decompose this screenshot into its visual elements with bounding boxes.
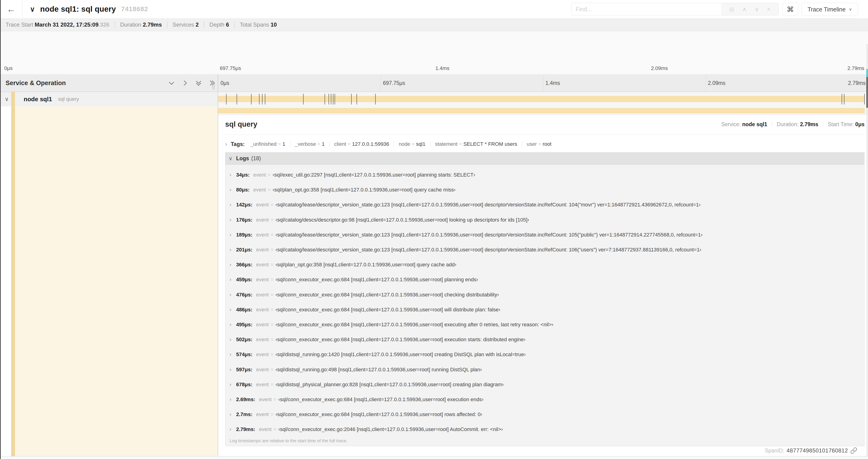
detail-meta-item: Start Time: 0μs — [828, 121, 865, 128]
log-field-value: ‹sql/distsql_physical_planner.go:828 [ns… — [275, 382, 503, 388]
span-row: ∨ node sql1 sql query — [0, 92, 868, 106]
logs-header[interactable]: ∨ Logs (18) — [225, 153, 864, 165]
trace-view-selector[interactable]: Trace Timeline ∨ — [802, 3, 858, 16]
find-box — [571, 3, 721, 15]
log-row[interactable]: ›495μs:event=‹sql/conn_executor_exec.go:… — [225, 317, 864, 332]
tick-label: 0μs — [3, 65, 12, 71]
log-field-value: ‹sql/distsql_running.go:1420 [nsql1,clie… — [275, 352, 525, 358]
span-detail-title: sql query — [225, 120, 257, 129]
chevron-right-icon: › — [229, 172, 236, 178]
tag-separator — [394, 141, 394, 147]
chevron-right-icon: › — [229, 276, 236, 283]
chevron-right-icon: › — [229, 426, 236, 432]
trace-info-separator — [204, 22, 205, 28]
locate-icon[interactable]: ◎ — [729, 6, 734, 12]
span-service-name: node sql1 — [24, 96, 52, 103]
trace-info-separator — [167, 22, 167, 28]
tick-label: 2.79ms — [847, 65, 865, 71]
log-marker-tick — [356, 94, 357, 104]
trace-title-group[interactable]: ∨ node sql1: sql query 7418682 — [30, 0, 148, 18]
expand-one-icon[interactable] — [181, 79, 189, 87]
tag-separator — [430, 141, 430, 147]
log-row[interactable]: ›459μs:event=‹sql/conn_executor_exec.go:… — [225, 272, 864, 287]
span-row-label[interactable]: ∨ node sql1 sql query — [0, 92, 218, 106]
log-row[interactable]: ›678μs:event=‹sql/distsql_physical_plann… — [225, 377, 864, 392]
log-field-key: event — [256, 276, 269, 283]
log-row[interactable]: ›2.69ms:event=‹sql/conn_executor_exec.go… — [225, 392, 864, 407]
tag-item: client = 127.0.0.1:59936 — [334, 141, 389, 147]
collapse-one-icon[interactable] — [167, 79, 176, 87]
log-row[interactable]: ›476μs:event=‹sql/conn_executor_exec.go:… — [225, 287, 864, 302]
log-field-value: ‹sql/catalog/lease/descriptor_version_st… — [275, 202, 701, 208]
detail-meta-item: Service: node sql1 — [721, 121, 767, 128]
log-field-value: ‹sql/conn_executor_exec.go:684 [nsql1,cl… — [275, 276, 478, 283]
child-row-left-fill — [15, 106, 218, 115]
tag-separator — [522, 141, 522, 147]
tick-label: 2.79ms — [848, 74, 868, 92]
column-resize-handle[interactable] — [211, 84, 216, 90]
link-icon[interactable] — [850, 447, 857, 454]
trace-info-item: Services 2 — [173, 22, 199, 28]
span-expander-chevron-icon[interactable]: ∨ — [5, 96, 9, 102]
log-row[interactable]: ›142μs:event=‹sql/catalog/lease/descript… — [225, 197, 864, 212]
prev-result-icon[interactable]: ∧ — [742, 6, 747, 12]
log-row[interactable]: ›2.7ms:event=‹sql/conn_executor_exec.go:… — [225, 407, 864, 422]
tags-row[interactable]: › Tags: _unfinished = 1_verbose = 1clien… — [225, 139, 865, 150]
chevron-right-icon: › — [229, 232, 236, 238]
scroll-rail-dark-segment — [866, 77, 868, 108]
chevron-right-icon: › — [229, 336, 236, 342]
child-span-row — [0, 106, 868, 115]
scroll-thumb[interactable] — [866, 69, 868, 77]
find-input[interactable] — [571, 3, 721, 15]
log-row[interactable]: ›189μs:event=‹sql/catalog/lease/descript… — [225, 227, 864, 242]
log-marker-tick — [375, 94, 376, 104]
header: ← ∨ node sql1: sql query 7418682 ◎ ∧ ∨ ×… — [0, 0, 868, 19]
collapse-all-icon[interactable] — [195, 79, 203, 87]
log-field-value: ‹sql/conn_executor_exec.go:684 [nsql1,cl… — [275, 307, 500, 313]
log-row[interactable]: ›176μs:event=‹sql/catalog/descs/descript… — [225, 212, 864, 227]
log-row[interactable]: ›366μs:event=‹sql/plan_opt.go:358 [nsql1… — [225, 257, 864, 272]
service-color-accent-strip — [11, 92, 15, 456]
log-field-key: event — [253, 172, 266, 178]
log-field-key: event — [256, 307, 269, 313]
back-arrow-icon: ← — [7, 4, 16, 14]
detail-meta-item: Duration: 2.79ms — [777, 121, 818, 128]
child-span-bar[interactable] — [218, 108, 865, 113]
log-marker-tick — [335, 94, 335, 104]
span-detail-header[interactable]: sql query Service: node sql1Duration: 2.… — [225, 118, 865, 130]
log-field-value: ‹sql/exec_util.go:2297 [nsql1,client=127… — [273, 172, 475, 178]
chevron-right-icon: › — [229, 367, 236, 373]
keyboard-shortcuts-button[interactable]: ⌘ — [782, 3, 798, 16]
clear-search-icon[interactable]: × — [767, 6, 771, 12]
span-id-footer: SpanID: 4877749850101760812 — [218, 445, 861, 456]
trace-id: 7418682 — [121, 5, 148, 13]
tag-item: user = root — [527, 141, 552, 147]
tick-label: 697.75μs — [218, 65, 241, 71]
timeline-minimap-section: 0μs697.75μs1.4ms2.09ms2.79ms — [0, 31, 868, 74]
log-field-value: ‹sql/catalog/lease/descriptor_version_st… — [275, 232, 703, 238]
log-row[interactable]: ›502μs:event=‹sql/conn_executor_exec.go:… — [225, 332, 864, 347]
log-row[interactable]: ›597μs:event=‹sql/distsql_running.go:498… — [225, 362, 864, 377]
tick-label: 2.09ms — [706, 74, 725, 92]
log-row[interactable]: ›2.79ms:event=‹sql/conn_executor_exec.go… — [225, 422, 864, 437]
title-collapse-chevron-icon[interactable]: ∨ — [30, 5, 35, 13]
chevron-right-icon: › — [225, 141, 227, 147]
chevron-right-icon: › — [229, 262, 236, 268]
log-field-value: ‹sql/conn_executor_exec.go:684 [nsql1,cl… — [278, 396, 484, 402]
log-marker-tick — [329, 94, 329, 104]
tag-separator — [329, 141, 330, 147]
trace-view-label: Trace Timeline — [808, 6, 846, 13]
log-row[interactable]: ›80μs:event=‹sql/plan_opt.go:358 [nsql1,… — [225, 183, 864, 197]
log-row[interactable]: ›486μs:event=‹sql/conn_executor_exec.go:… — [225, 302, 864, 317]
span-id-label: SpanID: — [765, 448, 784, 454]
log-field-key: event — [256, 247, 269, 253]
log-row[interactable]: ›201μs:event=‹sql/catalog/lease/descript… — [225, 242, 864, 257]
log-timestamp: 80μs: — [236, 187, 250, 193]
timeline-collapse-controls — [167, 74, 216, 92]
log-row[interactable]: ›574μs:event=‹sql/distsql_running.go:142… — [225, 347, 864, 362]
logs-label: Logs — [236, 155, 249, 162]
span-bar[interactable] — [218, 96, 865, 102]
next-result-icon[interactable]: ∨ — [754, 6, 759, 12]
log-row[interactable]: ›34μs:event=‹sql/exec_util.go:2297 [nsql… — [225, 167, 864, 183]
back-button[interactable]: ← — [0, 0, 22, 18]
